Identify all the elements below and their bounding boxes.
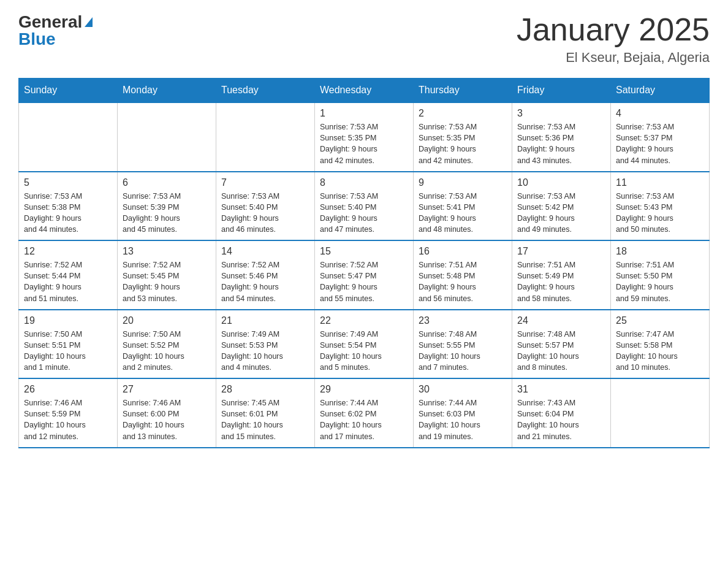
weekday-header-saturday: Saturday	[611, 79, 710, 103]
calendar-cell: 7Sunrise: 7:53 AM Sunset: 5:40 PM Daylig…	[216, 172, 315, 241]
day-info: Sunrise: 7:53 AM Sunset: 5:37 PM Dayligh…	[616, 121, 704, 166]
calendar-cell: 15Sunrise: 7:52 AM Sunset: 5:47 PM Dayli…	[315, 240, 414, 310]
calendar-cell: 31Sunrise: 7:43 AM Sunset: 6:04 PM Dayli…	[512, 378, 611, 448]
calendar-cell: 10Sunrise: 7:53 AM Sunset: 5:42 PM Dayli…	[512, 172, 611, 241]
calendar-cell: 4Sunrise: 7:53 AM Sunset: 5:37 PM Daylig…	[611, 102, 710, 172]
calendar-cell: 19Sunrise: 7:50 AM Sunset: 5:51 PM Dayli…	[19, 310, 118, 379]
day-info: Sunrise: 7:53 AM Sunset: 5:35 PM Dayligh…	[419, 121, 507, 166]
day-info: Sunrise: 7:53 AM Sunset: 5:38 PM Dayligh…	[24, 191, 112, 236]
location-title: El Kseur, Bejaia, Algeria	[517, 50, 710, 66]
day-number: 18	[616, 246, 704, 257]
day-number: 14	[221, 246, 309, 257]
calendar-cell: 16Sunrise: 7:51 AM Sunset: 5:48 PM Dayli…	[414, 240, 512, 310]
calendar-cell: 6Sunrise: 7:53 AM Sunset: 5:39 PM Daylig…	[118, 172, 216, 241]
day-info: Sunrise: 7:52 AM Sunset: 5:45 PM Dayligh…	[123, 259, 211, 304]
day-number: 19	[24, 315, 112, 326]
day-info: Sunrise: 7:45 AM Sunset: 6:01 PM Dayligh…	[221, 397, 309, 442]
day-number: 1	[320, 108, 408, 119]
calendar-cell: 24Sunrise: 7:48 AM Sunset: 5:57 PM Dayli…	[512, 310, 611, 379]
day-number: 21	[221, 315, 309, 326]
day-info: Sunrise: 7:51 AM Sunset: 5:48 PM Dayligh…	[419, 259, 507, 304]
calendar-cell: 27Sunrise: 7:46 AM Sunset: 6:00 PM Dayli…	[118, 378, 216, 448]
week-row-1: 1Sunrise: 7:53 AM Sunset: 5:35 PM Daylig…	[19, 102, 710, 172]
day-info: Sunrise: 7:47 AM Sunset: 5:58 PM Dayligh…	[616, 329, 704, 373]
calendar-cell: 30Sunrise: 7:44 AM Sunset: 6:03 PM Dayli…	[414, 378, 512, 448]
day-number: 3	[517, 108, 605, 119]
day-number: 2	[419, 108, 507, 119]
day-info: Sunrise: 7:44 AM Sunset: 6:02 PM Dayligh…	[320, 397, 408, 442]
day-number: 25	[616, 315, 704, 326]
calendar-cell: 28Sunrise: 7:45 AM Sunset: 6:01 PM Dayli…	[216, 378, 315, 448]
day-number: 27	[123, 384, 211, 395]
day-info: Sunrise: 7:52 AM Sunset: 5:44 PM Dayligh…	[24, 259, 112, 304]
calendar-cell: 18Sunrise: 7:51 AM Sunset: 5:50 PM Dayli…	[611, 240, 710, 310]
weekday-header-friday: Friday	[512, 79, 611, 103]
weekday-header-thursday: Thursday	[414, 79, 512, 103]
day-number: 9	[419, 177, 507, 188]
calendar-cell: 12Sunrise: 7:52 AM Sunset: 5:44 PM Dayli…	[19, 240, 118, 310]
day-number: 12	[24, 246, 112, 257]
calendar-cell: 14Sunrise: 7:52 AM Sunset: 5:46 PM Dayli…	[216, 240, 315, 310]
week-row-3: 12Sunrise: 7:52 AM Sunset: 5:44 PM Dayli…	[19, 240, 710, 310]
day-number: 4	[616, 108, 704, 119]
title-section: January 2025 El Kseur, Bejaia, Algeria	[517, 12, 710, 66]
day-number: 29	[320, 384, 408, 395]
day-info: Sunrise: 7:50 AM Sunset: 5:52 PM Dayligh…	[123, 329, 211, 373]
day-number: 23	[419, 315, 507, 326]
day-number: 7	[221, 177, 309, 188]
day-number: 6	[123, 177, 211, 188]
day-info: Sunrise: 7:43 AM Sunset: 6:04 PM Dayligh…	[517, 397, 605, 442]
day-number: 17	[517, 246, 605, 257]
day-info: Sunrise: 7:48 AM Sunset: 5:57 PM Dayligh…	[517, 329, 605, 373]
weekday-header-row: SundayMondayTuesdayWednesdayThursdayFrid…	[19, 79, 710, 103]
calendar-cell: 3Sunrise: 7:53 AM Sunset: 5:36 PM Daylig…	[512, 102, 611, 172]
calendar-cell: 23Sunrise: 7:48 AM Sunset: 5:55 PM Dayli…	[414, 310, 512, 379]
weekday-header-wednesday: Wednesday	[315, 79, 414, 103]
day-info: Sunrise: 7:46 AM Sunset: 5:59 PM Dayligh…	[24, 397, 112, 442]
weekday-header-tuesday: Tuesday	[216, 79, 315, 103]
calendar-cell: 17Sunrise: 7:51 AM Sunset: 5:49 PM Dayli…	[512, 240, 611, 310]
day-info: Sunrise: 7:52 AM Sunset: 5:47 PM Dayligh…	[320, 259, 408, 304]
day-number: 11	[616, 177, 704, 188]
day-number: 5	[24, 177, 112, 188]
calendar-cell: 26Sunrise: 7:46 AM Sunset: 5:59 PM Dayli…	[19, 378, 118, 448]
day-number: 22	[320, 315, 408, 326]
day-info: Sunrise: 7:53 AM Sunset: 5:36 PM Dayligh…	[517, 121, 605, 166]
day-number: 10	[517, 177, 605, 188]
calendar-cell: 21Sunrise: 7:49 AM Sunset: 5:53 PM Dayli…	[216, 310, 315, 379]
calendar-cell: 29Sunrise: 7:44 AM Sunset: 6:02 PM Dayli…	[315, 378, 414, 448]
calendar-cell	[118, 102, 216, 172]
day-info: Sunrise: 7:48 AM Sunset: 5:55 PM Dayligh…	[419, 329, 507, 373]
page-header: General Blue January 2025 El Kseur, Beja…	[18, 12, 710, 66]
calendar-cell	[611, 378, 710, 448]
calendar-cell: 9Sunrise: 7:53 AM Sunset: 5:41 PM Daylig…	[414, 172, 512, 241]
calendar-table: SundayMondayTuesdayWednesdayThursdayFrid…	[18, 78, 710, 448]
week-row-2: 5Sunrise: 7:53 AM Sunset: 5:38 PM Daylig…	[19, 172, 710, 241]
calendar-cell: 11Sunrise: 7:53 AM Sunset: 5:43 PM Dayli…	[611, 172, 710, 241]
calendar-cell	[216, 102, 315, 172]
day-number: 13	[123, 246, 211, 257]
logo-triangle-icon	[85, 17, 93, 27]
day-number: 26	[24, 384, 112, 395]
calendar-cell: 20Sunrise: 7:50 AM Sunset: 5:52 PM Dayli…	[118, 310, 216, 379]
day-info: Sunrise: 7:53 AM Sunset: 5:39 PM Dayligh…	[123, 191, 211, 236]
day-info: Sunrise: 7:53 AM Sunset: 5:35 PM Dayligh…	[320, 121, 408, 166]
day-number: 16	[419, 246, 507, 257]
calendar-cell: 13Sunrise: 7:52 AM Sunset: 5:45 PM Dayli…	[118, 240, 216, 310]
day-info: Sunrise: 7:49 AM Sunset: 5:54 PM Dayligh…	[320, 329, 408, 373]
day-info: Sunrise: 7:46 AM Sunset: 6:00 PM Dayligh…	[123, 397, 211, 442]
day-info: Sunrise: 7:53 AM Sunset: 5:41 PM Dayligh…	[419, 191, 507, 236]
day-info: Sunrise: 7:51 AM Sunset: 5:50 PM Dayligh…	[616, 259, 704, 304]
day-info: Sunrise: 7:44 AM Sunset: 6:03 PM Dayligh…	[419, 397, 507, 442]
day-number: 24	[517, 315, 605, 326]
day-info: Sunrise: 7:53 AM Sunset: 5:40 PM Dayligh…	[221, 191, 309, 236]
day-number: 31	[517, 384, 605, 395]
logo-blue: Blue	[18, 29, 56, 49]
week-row-4: 19Sunrise: 7:50 AM Sunset: 5:51 PM Dayli…	[19, 310, 710, 379]
day-number: 20	[123, 315, 211, 326]
day-info: Sunrise: 7:50 AM Sunset: 5:51 PM Dayligh…	[24, 329, 112, 373]
logo: General Blue	[18, 12, 93, 49]
day-info: Sunrise: 7:49 AM Sunset: 5:53 PM Dayligh…	[221, 329, 309, 373]
day-number: 28	[221, 384, 309, 395]
weekday-header-sunday: Sunday	[19, 79, 118, 103]
